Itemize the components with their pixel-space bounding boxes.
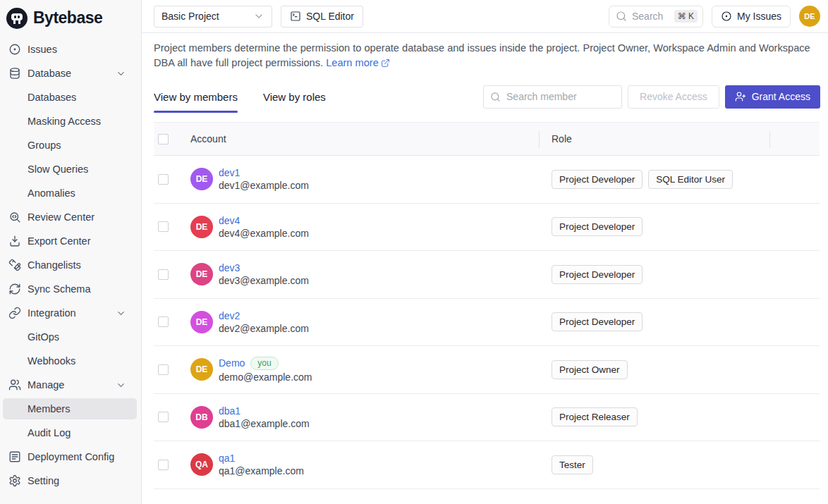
database-icon (8, 67, 21, 80)
members-table: Account Role DE dev1 dev1@example.com Pr… (154, 122, 820, 489)
search-shortcut-badge: ⌘ K (674, 10, 698, 23)
sidebar-nav: IssuesDatabaseDatabasesMasking AccessGro… (0, 30, 141, 491)
row-checkbox[interactable] (158, 412, 169, 422)
row-checkbox[interactable] (158, 269, 169, 280)
member-roles: Project Owner (539, 360, 763, 379)
row-checkbox[interactable] (158, 460, 169, 470)
avatar: DE (190, 311, 213, 333)
bytebase-logo-icon (6, 8, 28, 29)
learn-more-link[interactable]: Learn more (326, 57, 379, 68)
sidebar-item-masking-access[interactable]: Masking Access (3, 111, 137, 132)
sidebar-item-export-center[interactable]: Export Center (3, 231, 137, 252)
member-name-link[interactable]: Demo (219, 357, 245, 369)
user-plus-icon (735, 91, 746, 102)
sidebar-item-members[interactable]: Members (3, 398, 137, 419)
my-issues-button[interactable]: My Issues (712, 6, 791, 27)
member-roles: Tester (539, 455, 763, 474)
grant-access-label: Grant Access (752, 91, 810, 102)
view-tabs: View by members View by roles (154, 80, 326, 113)
integration-icon (8, 307, 21, 319)
member-roles: Project DeveloperSQL Editor User (539, 170, 763, 189)
member-email: qa1@example.com (219, 465, 304, 477)
tab-view-by-roles[interactable]: View by roles (263, 80, 326, 113)
logo-text: Bytebase (33, 8, 102, 27)
header-divider (769, 131, 770, 148)
sidebar-item-slow-queries[interactable]: Slow Queries (3, 159, 137, 180)
row-checkbox[interactable] (158, 316, 169, 327)
members-table-body: DE dev1 dev1@example.com Project Develop… (154, 156, 820, 489)
member-name-link[interactable]: qa1 (219, 453, 235, 464)
member-email: demo@example.com (219, 371, 312, 383)
member-name-link[interactable]: dev4 (219, 215, 240, 226)
role-badge: Project Developer (552, 217, 643, 236)
members-table-header: Account Role (154, 122, 820, 156)
member-name-link[interactable]: dba1 (219, 405, 241, 417)
members-description: Project members determine the permission… (154, 41, 820, 70)
row-checkbox[interactable] (158, 174, 169, 185)
logo[interactable]: Bytebase (0, 0, 141, 30)
member-search-input[interactable] (505, 90, 615, 103)
you-badge: you (250, 357, 278, 370)
member-roles: Project Developer (539, 265, 763, 284)
sidebar-item-sync-schema[interactable]: Sync Schema (3, 278, 137, 300)
main-content: Project members determine the permission… (142, 33, 828, 504)
chevron-down-icon (116, 380, 126, 391)
sidebar-item-audit-log[interactable]: Audit Log (3, 422, 137, 443)
table-row: DB dba1 dba1@example.com Project Release… (154, 394, 820, 442)
sidebar-item-setting[interactable]: Setting (3, 470, 137, 491)
search-icon (616, 11, 627, 22)
revoke-access-button[interactable]: Revoke Access (628, 85, 719, 109)
avatar: DE (190, 168, 213, 190)
manage-icon (8, 379, 21, 391)
tab-view-by-members[interactable]: View by members (154, 80, 238, 113)
search-label: Search (632, 11, 663, 22)
sidebar-item-label: Databases (28, 92, 76, 103)
sidebar-item-deployment-config[interactable]: Deployment Config (3, 446, 137, 467)
bytebase-app: Bytebase IssuesDatabaseDatabasesMasking … (0, 0, 828, 504)
sidebar-item-database[interactable]: Database (3, 63, 137, 84)
project-select[interactable]: Basic Project (154, 6, 272, 27)
sidebar-item-label: Masking Access (28, 116, 101, 127)
sidebar-item-manage[interactable]: Manage (3, 374, 137, 395)
search-icon (490, 92, 501, 102)
sidebar-item-groups[interactable]: Groups (3, 135, 137, 156)
my-issues-label: My Issues (737, 11, 781, 22)
table-row: DE dev2 dev2@example.com Project Develop… (154, 299, 820, 347)
sidebar-item-gitops[interactable]: GitOps (3, 326, 137, 348)
member-name-link[interactable]: dev3 (219, 262, 240, 273)
avatar: DE (190, 216, 213, 238)
circle-dot-icon (721, 11, 732, 22)
sidebar-item-label: Slow Queries (28, 164, 88, 175)
sidebar-item-integration[interactable]: Integration (3, 302, 137, 324)
chevron-down-icon (253, 11, 264, 22)
member-email: dev2@example.com (219, 323, 309, 334)
sql-editor-button[interactable]: SQL Editor (281, 6, 363, 27)
avatar: QA (190, 453, 213, 476)
sidebar-item-label: Sync Schema (28, 283, 90, 295)
sql-editor-label: SQL Editor (306, 11, 354, 22)
select-all-checkbox[interactable] (158, 134, 169, 145)
grant-access-button[interactable]: Grant Access (725, 85, 820, 109)
sync-icon (8, 283, 21, 295)
table-row: DE dev4 dev4@example.com Project Develop… (154, 204, 820, 252)
sidebar-item-databases[interactable]: Databases (3, 87, 137, 108)
sidebar-item-issues[interactable]: Issues (3, 39, 137, 60)
sidebar-item-webhooks[interactable]: Webhooks (3, 350, 137, 371)
sidebar-item-label: Changelists (28, 259, 81, 271)
sidebar-item-anomalies[interactable]: Anomalies (3, 183, 137, 204)
member-name-link[interactable]: dev1 (219, 167, 240, 178)
sidebar-item-changelists[interactable]: Changelists (3, 254, 137, 276)
chevron-down-icon (116, 308, 126, 319)
column-role: Role (539, 133, 763, 145)
sidebar-item-label: Webhooks (28, 355, 75, 367)
user-avatar[interactable]: DE (799, 6, 820, 27)
global-search-button[interactable]: Search ⌘ K (609, 6, 703, 27)
role-badge: Project Developer (552, 312, 643, 331)
member-email: dev3@example.com (219, 275, 309, 286)
row-checkbox[interactable] (158, 221, 169, 232)
role-badge: Tester (552, 455, 593, 474)
member-name-link[interactable]: dev2 (219, 310, 240, 321)
sidebar-item-review-center[interactable]: Review Center (3, 207, 137, 228)
member-roles: Project Releaser (539, 407, 763, 426)
row-checkbox[interactable] (158, 364, 169, 375)
